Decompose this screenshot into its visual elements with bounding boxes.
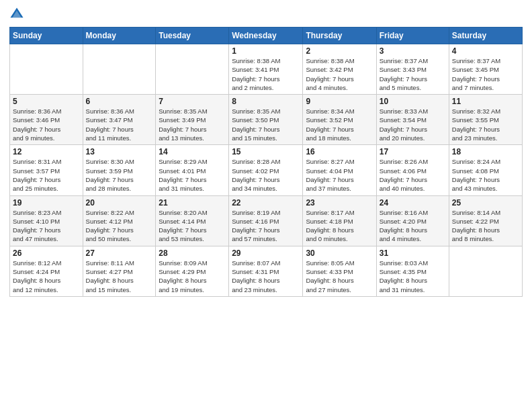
weekday-header-wednesday: Wednesday xyxy=(229,28,303,44)
day-number: 11 xyxy=(452,97,519,106)
logo-icon xyxy=(9,7,24,21)
day-info: Sunrise: 8:35 AM Sunset: 3:50 PM Dayligh… xyxy=(232,107,300,142)
day-number: 26 xyxy=(13,248,80,258)
day-info: Sunrise: 8:31 AM Sunset: 3:57 PM Dayligh… xyxy=(13,157,80,193)
calendar-cell: 28Sunrise: 8:09 AM Sunset: 4:29 PM Dayli… xyxy=(156,246,229,296)
calendar-cell: 4Sunrise: 8:37 AM Sunset: 3:45 PM Daylig… xyxy=(449,44,522,95)
calendar-cell: 16Sunrise: 8:27 AM Sunset: 4:04 PM Dayli… xyxy=(303,145,376,195)
day-number: 18 xyxy=(452,147,519,156)
day-number: 1 xyxy=(232,46,300,56)
day-number: 10 xyxy=(380,97,446,106)
day-info: Sunrise: 8:09 AM Sunset: 4:29 PM Dayligh… xyxy=(159,259,226,294)
weekday-header-row: SundayMondayTuesdayWednesdayThursdayFrid… xyxy=(10,28,523,44)
day-info: Sunrise: 8:33 AM Sunset: 3:54 PM Dayligh… xyxy=(380,107,446,142)
day-info: Sunrise: 8:20 AM Sunset: 4:14 PM Dayligh… xyxy=(159,208,226,244)
calendar-cell: 25Sunrise: 8:14 AM Sunset: 4:22 PM Dayli… xyxy=(449,195,522,246)
day-info: Sunrise: 8:03 AM Sunset: 4:35 PM Dayligh… xyxy=(380,259,446,294)
calendar-table: SundayMondayTuesdayWednesdayThursdayFrid… xyxy=(9,27,523,297)
day-number: 12 xyxy=(13,147,80,156)
day-number: 3 xyxy=(380,46,446,56)
calendar-cell: 19Sunrise: 8:23 AM Sunset: 4:10 PM Dayli… xyxy=(10,195,83,246)
calendar-week-row: 1Sunrise: 8:38 AM Sunset: 3:41 PM Daylig… xyxy=(10,44,523,95)
page-header xyxy=(9,7,523,21)
calendar-week-row: 12Sunrise: 8:31 AM Sunset: 3:57 PM Dayli… xyxy=(10,145,523,195)
day-info: Sunrise: 8:30 AM Sunset: 3:59 PM Dayligh… xyxy=(86,157,153,193)
day-info: Sunrise: 8:11 AM Sunset: 4:27 PM Dayligh… xyxy=(86,259,153,294)
day-number: 7 xyxy=(159,97,226,106)
calendar-cell: 3Sunrise: 8:37 AM Sunset: 3:43 PM Daylig… xyxy=(376,44,449,95)
weekday-header-friday: Friday xyxy=(376,28,449,44)
calendar-cell: 21Sunrise: 8:20 AM Sunset: 4:14 PM Dayli… xyxy=(156,195,229,246)
day-info: Sunrise: 8:37 AM Sunset: 3:45 PM Dayligh… xyxy=(452,56,519,92)
calendar-week-row: 19Sunrise: 8:23 AM Sunset: 4:10 PM Dayli… xyxy=(10,195,523,246)
calendar-cell: 5Sunrise: 8:36 AM Sunset: 3:46 PM Daylig… xyxy=(10,95,83,145)
calendar-cell: 22Sunrise: 8:19 AM Sunset: 4:16 PM Dayli… xyxy=(229,195,303,246)
day-number: 30 xyxy=(306,248,373,258)
calendar-cell: 15Sunrise: 8:28 AM Sunset: 4:02 PM Dayli… xyxy=(229,145,303,195)
day-number: 14 xyxy=(159,147,226,156)
calendar-cell: 6Sunrise: 8:36 AM Sunset: 3:47 PM Daylig… xyxy=(83,95,156,145)
calendar-cell xyxy=(449,246,522,296)
calendar-cell: 12Sunrise: 8:31 AM Sunset: 3:57 PM Dayli… xyxy=(10,145,83,195)
day-info: Sunrise: 8:35 AM Sunset: 3:49 PM Dayligh… xyxy=(159,107,226,142)
calendar-cell: 24Sunrise: 8:16 AM Sunset: 4:20 PM Dayli… xyxy=(376,195,449,246)
weekday-header-saturday: Saturday xyxy=(449,28,522,44)
day-number: 21 xyxy=(159,198,226,208)
calendar-cell xyxy=(83,44,156,95)
day-info: Sunrise: 8:16 AM Sunset: 4:20 PM Dayligh… xyxy=(380,208,446,244)
calendar-cell: 14Sunrise: 8:29 AM Sunset: 4:01 PM Dayli… xyxy=(156,145,229,195)
day-number: 16 xyxy=(306,147,373,156)
day-info: Sunrise: 8:37 AM Sunset: 3:43 PM Dayligh… xyxy=(380,56,446,92)
day-number: 5 xyxy=(13,97,80,106)
calendar-cell xyxy=(156,44,229,95)
day-number: 20 xyxy=(86,198,153,208)
logo xyxy=(9,7,27,21)
calendar-cell: 2Sunrise: 8:38 AM Sunset: 3:42 PM Daylig… xyxy=(303,44,376,95)
calendar-cell: 18Sunrise: 8:24 AM Sunset: 4:08 PM Dayli… xyxy=(449,145,522,195)
day-info: Sunrise: 8:27 AM Sunset: 4:04 PM Dayligh… xyxy=(306,157,373,193)
day-number: 31 xyxy=(380,248,446,258)
calendar-cell: 31Sunrise: 8:03 AM Sunset: 4:35 PM Dayli… xyxy=(376,246,449,296)
day-info: Sunrise: 8:14 AM Sunset: 4:22 PM Dayligh… xyxy=(452,208,519,244)
calendar-cell: 8Sunrise: 8:35 AM Sunset: 3:50 PM Daylig… xyxy=(229,95,303,145)
day-info: Sunrise: 8:24 AM Sunset: 4:08 PM Dayligh… xyxy=(452,157,519,193)
day-number: 25 xyxy=(452,198,519,208)
day-info: Sunrise: 8:17 AM Sunset: 4:18 PM Dayligh… xyxy=(306,208,373,244)
day-info: Sunrise: 8:22 AM Sunset: 4:12 PM Dayligh… xyxy=(86,208,153,244)
day-info: Sunrise: 8:07 AM Sunset: 4:31 PM Dayligh… xyxy=(232,259,300,294)
calendar-cell: 26Sunrise: 8:12 AM Sunset: 4:24 PM Dayli… xyxy=(10,246,83,296)
calendar-cell: 9Sunrise: 8:34 AM Sunset: 3:52 PM Daylig… xyxy=(303,95,376,145)
calendar-cell: 23Sunrise: 8:17 AM Sunset: 4:18 PM Dayli… xyxy=(303,195,376,246)
calendar-cell: 27Sunrise: 8:11 AM Sunset: 4:27 PM Dayli… xyxy=(83,246,156,296)
day-info: Sunrise: 8:36 AM Sunset: 3:46 PM Dayligh… xyxy=(13,107,80,142)
day-number: 24 xyxy=(380,198,446,208)
calendar-cell: 20Sunrise: 8:22 AM Sunset: 4:12 PM Dayli… xyxy=(83,195,156,246)
day-number: 19 xyxy=(13,198,80,208)
day-number: 15 xyxy=(232,147,300,156)
calendar-week-row: 5Sunrise: 8:36 AM Sunset: 3:46 PM Daylig… xyxy=(10,95,523,145)
calendar-cell: 29Sunrise: 8:07 AM Sunset: 4:31 PM Dayli… xyxy=(229,246,303,296)
day-number: 23 xyxy=(306,198,373,208)
day-info: Sunrise: 8:05 AM Sunset: 4:33 PM Dayligh… xyxy=(306,259,373,294)
calendar-cell: 17Sunrise: 8:26 AM Sunset: 4:06 PM Dayli… xyxy=(376,145,449,195)
day-number: 29 xyxy=(232,248,300,258)
day-number: 9 xyxy=(306,97,373,106)
day-info: Sunrise: 8:32 AM Sunset: 3:55 PM Dayligh… xyxy=(452,107,519,142)
day-info: Sunrise: 8:19 AM Sunset: 4:16 PM Dayligh… xyxy=(232,208,300,244)
day-number: 13 xyxy=(86,147,153,156)
page-container: SundayMondayTuesdayWednesdayThursdayFrid… xyxy=(0,0,532,301)
day-number: 8 xyxy=(232,97,300,106)
weekday-header-sunday: Sunday xyxy=(10,28,83,44)
day-number: 22 xyxy=(232,198,300,208)
weekday-header-tuesday: Tuesday xyxy=(156,28,229,44)
day-number: 17 xyxy=(380,147,446,156)
calendar-cell: 13Sunrise: 8:30 AM Sunset: 3:59 PM Dayli… xyxy=(83,145,156,195)
day-info: Sunrise: 8:12 AM Sunset: 4:24 PM Dayligh… xyxy=(13,259,80,294)
calendar-cell xyxy=(10,44,83,95)
calendar-cell: 1Sunrise: 8:38 AM Sunset: 3:41 PM Daylig… xyxy=(229,44,303,95)
day-number: 28 xyxy=(159,248,226,258)
day-info: Sunrise: 8:38 AM Sunset: 3:41 PM Dayligh… xyxy=(232,56,300,92)
day-info: Sunrise: 8:34 AM Sunset: 3:52 PM Dayligh… xyxy=(306,107,373,142)
calendar-cell: 10Sunrise: 8:33 AM Sunset: 3:54 PM Dayli… xyxy=(376,95,449,145)
day-number: 6 xyxy=(86,97,153,106)
